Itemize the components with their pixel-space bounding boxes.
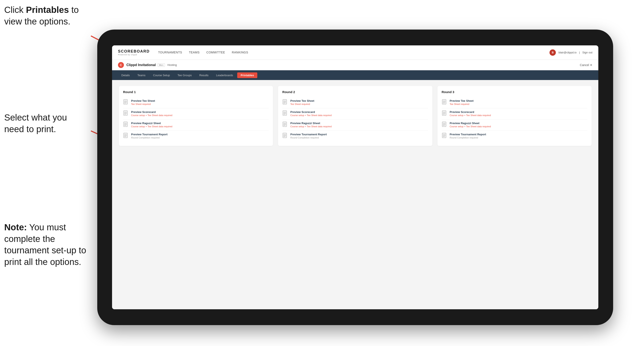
app-subtitle: Powered by clippd (118, 54, 150, 56)
tablet-device: SCOREBOARD Powered by clippd TOURNAMENTS… (97, 29, 613, 325)
nav-committee[interactable]: COMMITTEE (206, 51, 225, 54)
scoreboard-logo: SCOREBOARD Powered by clippd (118, 49, 150, 56)
separator: | (579, 51, 580, 54)
tab-leaderboards[interactable]: Leaderboards (213, 72, 236, 78)
svg-rect-12 (124, 122, 128, 127)
tablet-screen: SCOREBOARD Powered by clippd TOURNAMENTS… (112, 45, 598, 309)
round-1-report-sub: Round Completion required (131, 136, 269, 139)
nav-rankings[interactable]: RANKINGS (232, 51, 248, 54)
round-2-tournament-report[interactable]: Preview Tournament Report Round Completi… (282, 131, 428, 142)
svg-rect-28 (283, 122, 287, 127)
round-2-raguzzi-title: Preview Raguzzi Sheet (290, 122, 428, 125)
round-3-raguzzi-text: Preview Raguzzi Sheet Course setup + Tee… (450, 122, 587, 128)
main-content: Round 1 Preview Tee Sheet (112, 80, 598, 309)
round-2-report-text: Preview Tournament Report Round Completi… (290, 133, 428, 139)
round-1-title: Round 1 (123, 90, 269, 94)
document-icon (123, 99, 129, 106)
tab-course-setup[interactable]: Course Setup (150, 72, 173, 78)
doc-icon-r2-2 (282, 110, 288, 117)
round-2-raguzzi[interactable]: Preview Raguzzi Sheet Course setup + Tee… (282, 120, 428, 131)
round-1-tournament-report[interactable]: Preview Tournament Report Round Completi… (123, 131, 269, 142)
document-icon-4 (123, 133, 129, 140)
rounds-grid: Round 1 Preview Tee Sheet (119, 86, 592, 146)
round-3-tournament-report[interactable]: Preview Tournament Report Round Completi… (442, 131, 587, 142)
round-3-section: Round 3 Preview Tee Sheet (438, 86, 592, 146)
round-2-tee-sheet-sub: Tee Sheet required (290, 103, 428, 105)
round-1-section: Round 1 Preview Tee Sheet (119, 86, 273, 146)
round-3-report-sub: Round Completion required (450, 136, 587, 139)
tab-printables[interactable]: Printables (237, 72, 257, 78)
round-1-scorecard[interactable]: Preview Scorecard Course setup + Tee She… (123, 108, 269, 120)
round-1-raguzzi-title: Preview Raguzzi Sheet (131, 122, 269, 125)
user-avatar: B (550, 49, 556, 56)
round-1-tee-sheet-title: Preview Tee Sheet (131, 99, 269, 102)
round-2-raguzzi-sub: Course setup + Tee Sheet data required (290, 125, 428, 128)
round-1-raguzzi-sub: Course setup + Tee Sheet data required (131, 125, 269, 128)
doc-icon-r3-2 (442, 110, 448, 117)
round-3-raguzzi-sub: Course setup + Tee Sheet data required (450, 125, 587, 128)
round-3-tee-sheet-text: Preview Tee Sheet Tee Sheet required (450, 99, 587, 105)
svg-rect-4 (124, 99, 128, 104)
round-2-section: Round 2 Preview Tee Sheet (278, 86, 432, 146)
tab-details[interactable]: Details (118, 72, 133, 78)
app-title: SCOREBOARD (118, 49, 150, 54)
user-email: blair@clippd.io (558, 51, 576, 54)
round-3-report-text: Preview Tournament Report Round Completi… (450, 133, 587, 139)
svg-rect-24 (283, 111, 287, 116)
round-1-report-text: Preview Tournament Report Round Completi… (131, 133, 269, 139)
round-2-scorecard-title: Preview Scorecard (290, 110, 428, 114)
svg-rect-48 (442, 133, 446, 138)
doc-icon-r3-3 (442, 122, 448, 128)
round-1-tee-sheet[interactable]: Preview Tee Sheet Tee Sheet required (123, 97, 269, 108)
round-3-tee-sheet[interactable]: Preview Tee Sheet Tee Sheet required (442, 97, 587, 108)
round-3-scorecard-sub: Course setup + Tee Sheet data required (450, 114, 587, 117)
top-nav-user-area: B blair@clippd.io | Sign out (550, 49, 592, 56)
top-navigation: SCOREBOARD Powered by clippd TOURNAMENTS… (112, 45, 598, 60)
instruction-middle: Select what you need to print. (4, 112, 84, 135)
doc-icon-r3-4 (442, 133, 448, 140)
sign-out-link[interactable]: Sign out (582, 51, 592, 54)
round-2-tee-sheet[interactable]: Preview Tee Sheet Tee Sheet required (282, 97, 428, 108)
round-2-report-title: Preview Tournament Report (290, 133, 428, 136)
doc-icon-r2-3 (282, 122, 288, 128)
round-1-scorecard-text: Preview Scorecard Course setup + Tee She… (131, 110, 269, 117)
doc-icon-r2-1 (282, 99, 288, 106)
tab-teams[interactable]: Teams (134, 72, 149, 78)
round-3-raguzzi-title: Preview Raguzzi Sheet (450, 122, 587, 125)
round-1-report-title: Preview Tournament Report (131, 133, 269, 136)
round-3-scorecard-title: Preview Scorecard (450, 110, 587, 114)
round-1-raguzzi[interactable]: Preview Raguzzi Sheet Course setup + Tee… (123, 120, 269, 131)
cancel-button[interactable]: Cancel ✕ (580, 63, 592, 67)
round-1-raguzzi-text: Preview Raguzzi Sheet Course setup + Tee… (131, 122, 269, 128)
round-2-tee-sheet-text: Preview Tee Sheet Tee Sheet required (290, 99, 428, 105)
round-2-scorecard[interactable]: Preview Scorecard Course setup + Tee She… (282, 108, 428, 120)
svg-rect-20 (283, 99, 287, 104)
round-1-scorecard-sub: Course setup + Tee Sheet data required (131, 114, 269, 117)
round-3-scorecard-text: Preview Scorecard Course setup + Tee She… (450, 110, 587, 117)
instruction-top: Click Printables to view the options. (4, 4, 84, 27)
round-3-raguzzi[interactable]: Preview Raguzzi Sheet Course setup + Tee… (442, 120, 587, 131)
tournament-bar: C Clippd Invitational Men Hosting Cancel… (112, 60, 598, 70)
round-2-report-sub: Round Completion required (290, 136, 428, 139)
tournament-status: Hosting (168, 63, 177, 66)
round-3-report-title: Preview Tournament Report (450, 133, 587, 136)
nav-tournaments[interactable]: TOURNAMENTS (158, 51, 182, 54)
doc-icon-r3-1 (442, 99, 448, 106)
round-3-scorecard[interactable]: Preview Scorecard Course setup + Tee She… (442, 108, 587, 120)
svg-rect-44 (442, 122, 446, 127)
round-3-tee-sheet-sub: Tee Sheet required (450, 103, 587, 105)
doc-icon-r2-4 (282, 133, 288, 140)
round-3-title: Round 3 (442, 90, 587, 94)
round-2-raguzzi-text: Preview Raguzzi Sheet Course setup + Tee… (290, 122, 428, 128)
svg-rect-36 (442, 99, 446, 104)
nav-teams[interactable]: TEAMS (189, 51, 200, 54)
instruction-bottom: Note: You must complete the tournament s… (4, 222, 89, 268)
round-2-tee-sheet-title: Preview Tee Sheet (290, 99, 428, 102)
round-2-scorecard-sub: Course setup + Tee Sheet data required (290, 114, 428, 117)
tab-tee-groups[interactable]: Tee Groups (174, 72, 195, 78)
document-icon-3 (123, 122, 129, 128)
tab-results[interactable]: Results (196, 72, 212, 78)
tournament-logo: C (118, 62, 124, 68)
top-nav-links: TOURNAMENTS TEAMS COMMITTEE RANKINGS (158, 51, 550, 54)
round-1-tee-sheet-sub: Tee Sheet required (131, 103, 269, 105)
